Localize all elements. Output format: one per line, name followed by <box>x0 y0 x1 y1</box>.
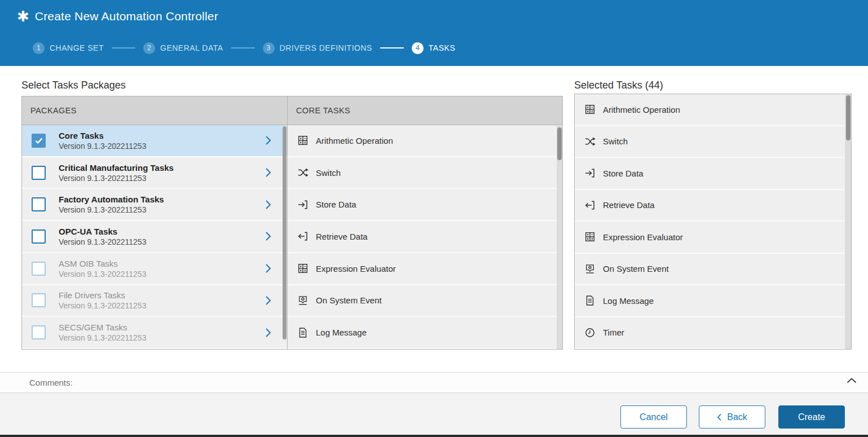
system-event-icon <box>584 264 596 274</box>
package-version: Version 9.1.3-202211253 <box>59 237 146 247</box>
task-row[interactable]: Switch <box>575 126 851 158</box>
step-label: DRIVERS DEFINITIONS <box>280 43 372 52</box>
select-packages-heading: Select Tasks Packages <box>21 80 126 91</box>
step-number: 1 <box>33 42 45 54</box>
wizard-header: ✱ Create New Automation Controller 1CHAN… <box>0 0 868 66</box>
step-number: 3 <box>263 42 275 54</box>
window-bottom-edge <box>0 435 868 437</box>
package-row[interactable]: Critical Manufacturing TasksVersion 9.1.… <box>22 157 287 189</box>
task-label: Expression Evaluator <box>316 264 396 273</box>
package-text: Critical Manufacturing TasksVersion 9.1.… <box>59 162 174 183</box>
task-row[interactable]: On System Event <box>288 285 562 317</box>
task-row[interactable]: Timer <box>575 317 851 350</box>
chevron-right-icon[interactable] <box>265 167 271 178</box>
calculator-icon <box>297 263 309 273</box>
packages-column: PACKAGES Core TasksVersion 9.1.3-2022112… <box>22 96 288 349</box>
step-label: TASKS <box>429 43 455 52</box>
task-row[interactable]: Arithmetic Operation <box>575 94 851 126</box>
core-tasks-column: CORE TASKS Arithmetic OperationSwitchSto… <box>288 96 562 349</box>
package-version: Version 9.1.3-202211253 <box>59 269 146 279</box>
chevron-right-icon[interactable] <box>265 135 271 145</box>
package-checkbox[interactable] <box>32 197 46 211</box>
selected-tasks-scrollbar-thumb[interactable] <box>846 95 851 140</box>
stepper-connector <box>380 47 404 48</box>
step-label: CHANGE SET <box>50 43 104 52</box>
chevron-right-icon[interactable] <box>265 231 271 241</box>
package-name: SECS/GEM Tasks <box>59 322 146 333</box>
task-row[interactable]: Retrieve Data <box>288 221 562 253</box>
timer-icon <box>584 328 596 338</box>
comments-label: Comments: <box>0 378 73 387</box>
task-label: On System Event <box>316 295 382 305</box>
task-label: Arithmetic Operation <box>316 136 393 145</box>
package-checkbox[interactable] <box>32 229 46 244</box>
package-row[interactable]: Factory Automation TasksVersion 9.1.3-20… <box>22 189 287 221</box>
system-event-icon <box>297 295 309 306</box>
core-tasks-scrollbar-thumb[interactable] <box>557 127 562 160</box>
package-text: OPC-UA TasksVersion 9.1.3-202211253 <box>59 226 146 247</box>
package-checkbox[interactable] <box>32 293 46 307</box>
chevron-right-icon[interactable] <box>265 200 271 210</box>
wizard-step-3[interactable]: 3DRIVERS DEFINITIONS <box>263 42 372 54</box>
task-row[interactable]: Log Message <box>288 317 562 349</box>
cancel-button[interactable]: Cancel <box>620 405 687 429</box>
chevron-right-icon[interactable] <box>265 328 271 338</box>
wizard-step-2[interactable]: 2GENERAL DATA <box>143 42 223 54</box>
package-text: Factory Automation TasksVersion 9.1.3-20… <box>59 194 164 215</box>
core-tasks-column-header: CORE TASKS <box>288 96 562 125</box>
back-button[interactable]: Back <box>699 405 765 429</box>
package-row[interactable]: SECS/GEM TasksVersion 9.1.3-202211253 <box>22 317 287 349</box>
comments-collapse-button[interactable] <box>847 378 857 383</box>
package-row[interactable]: File Drivers TasksVersion 9.1.3-20221125… <box>22 285 287 317</box>
task-label: Retrieve Data <box>316 232 368 241</box>
shuffle-icon <box>297 168 309 177</box>
package-version: Version 9.1.3-202211253 <box>59 141 146 151</box>
task-row[interactable]: Expression Evaluator <box>575 222 851 254</box>
package-checkbox[interactable] <box>32 166 46 180</box>
task-row[interactable]: Store Data <box>288 189 562 221</box>
package-name: Core Tasks <box>59 130 146 141</box>
calculator-icon <box>584 104 596 114</box>
package-checkbox[interactable] <box>32 262 46 276</box>
chevron-right-icon[interactable] <box>265 263 271 273</box>
package-checkbox[interactable] <box>32 134 46 148</box>
store-data-icon <box>297 200 309 209</box>
task-label: Store Data <box>316 200 356 209</box>
task-label: Store Data <box>603 169 644 178</box>
asterisk-icon: ✱ <box>17 9 29 24</box>
core-tasks-scrollbar[interactable] <box>557 126 562 349</box>
calculator-icon <box>297 135 309 145</box>
store-data-icon <box>584 169 596 178</box>
package-row[interactable]: OPC-UA TasksVersion 9.1.3-202211253 <box>22 221 287 253</box>
wizard-step-1[interactable]: 1CHANGE SET <box>33 42 104 54</box>
back-button-label: Back <box>727 412 747 422</box>
wizard-step-4[interactable]: 4TASKS <box>412 42 455 54</box>
create-button[interactable]: Create <box>778 405 845 429</box>
package-row[interactable]: Core TasksVersion 9.1.3-202211253 <box>22 125 287 157</box>
wizard-title: Create New Automation Controller <box>35 10 218 23</box>
package-checkbox[interactable] <box>32 325 46 339</box>
task-row[interactable]: Retrieve Data <box>575 190 851 222</box>
package-version: Version 9.1.3-202211253 <box>59 333 146 343</box>
package-name: Critical Manufacturing Tasks <box>59 162 174 173</box>
step-number: 2 <box>143 42 155 54</box>
task-row[interactable]: Log Message <box>575 285 851 317</box>
packages-scrollbar[interactable] <box>283 126 287 339</box>
task-row[interactable]: Arithmetic Operation <box>288 125 562 157</box>
package-row[interactable]: ASM OIB TasksVersion 9.1.3-202211253 <box>22 253 287 285</box>
task-row[interactable]: On System Event <box>575 254 851 286</box>
selected-tasks-scrollbar[interactable] <box>845 94 851 349</box>
task-row[interactable]: Expression Evaluator <box>288 253 562 285</box>
task-label: Arithmetic Operation <box>603 105 680 114</box>
package-name: OPC-UA Tasks <box>59 226 146 237</box>
cancel-button-label: Cancel <box>640 412 668 422</box>
stepper-connector <box>112 47 135 48</box>
package-version: Version 9.1.3-202211253 <box>59 173 174 183</box>
create-button-label: Create <box>798 412 825 422</box>
chevron-right-icon[interactable] <box>265 295 271 306</box>
task-row[interactable]: Store Data <box>575 158 851 190</box>
package-version: Version 9.1.3-202211253 <box>59 301 146 311</box>
package-text: Core TasksVersion 9.1.3-202211253 <box>59 130 146 151</box>
package-text: File Drivers TasksVersion 9.1.3-20221125… <box>59 290 146 311</box>
task-row[interactable]: Switch <box>288 157 562 189</box>
